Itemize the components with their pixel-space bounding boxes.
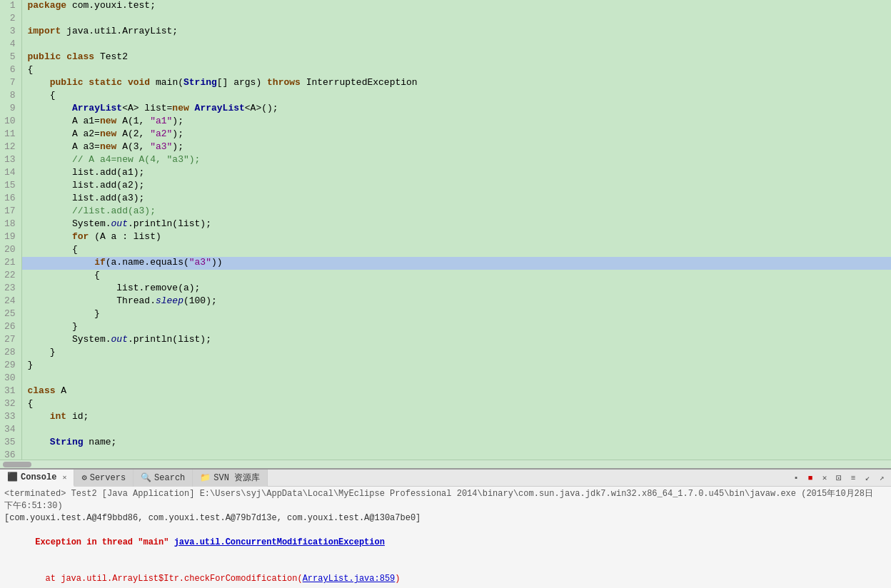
console-toolbar: ▪ ■ ✕ ⊡ ≡ ↙ ↗ (790, 472, 891, 485)
line-content-7[interactable]: public static void main(String[] args) t… (21, 77, 891, 90)
line-content-3[interactable]: import java.util.ArrayList; (21, 26, 891, 39)
code-line-19: 19 for (A a : list) (0, 231, 891, 244)
line-content-22[interactable]: { (21, 270, 891, 283)
token: for (72, 231, 89, 242)
tab-console-close[interactable]: ✕ (62, 473, 66, 482)
token: "a2" (150, 128, 172, 139)
code-line-28: 28 } (0, 347, 891, 360)
line-number-4: 4 (0, 39, 21, 51)
token: list.remove(a); (28, 283, 201, 293)
exception-link[interactable]: java.util.ConcurrentModificationExceptio… (174, 537, 385, 547)
line-content-11[interactable]: A a2=new A(2, "a2"); (21, 128, 891, 141)
code-line-11: 11 A a2=new A(2, "a2"); (0, 128, 891, 141)
line-number-27: 27 (0, 334, 21, 347)
token: (a.name.equals( (106, 257, 189, 268)
line-content-29[interactable]: } (21, 360, 891, 372)
token: } (28, 308, 100, 319)
toolbar-btn-clear[interactable]: ⊡ (832, 472, 845, 485)
line-content-36[interactable] (21, 450, 891, 460)
code-table: 1package com.youxi.test;2 3import java.u… (0, 0, 891, 460)
line-content-20[interactable]: { (21, 244, 891, 257)
console-objects-line: [com.youxi.test.A@4f9bbd86, com.youxi.te… (4, 512, 887, 524)
line-content-1[interactable]: package com.youxi.test; (21, 0, 891, 13)
code-line-24: 24 Thread.sleep(100); (0, 295, 891, 308)
line-content-8[interactable]: { (21, 90, 891, 103)
code-line-4: 4 (0, 39, 891, 51)
line-content-28[interactable]: } (21, 347, 891, 360)
tab-bar: ⬛ Console ✕ ⚙ Servers 🔍 Search 📁 SVN 资源库… (0, 470, 891, 487)
stack1-link[interactable]: ArrayList.java:859 (303, 574, 396, 584)
line-number-16: 16 (0, 193, 21, 206)
line-content-12[interactable]: A a3=new A(3, "a3"); (21, 141, 891, 154)
code-scroll-area[interactable]: 1package com.youxi.test;2 3import java.u… (0, 0, 891, 460)
line-content-23[interactable]: list.remove(a); (21, 283, 891, 295)
line-number-31: 31 (0, 385, 21, 398)
line-number-18: 18 (0, 218, 21, 231)
toolbar-btn-maximize[interactable]: ↗ (875, 472, 888, 485)
line-content-21[interactable]: if(a.name.equals("a3")) (21, 257, 891, 270)
code-line-10: 10 A a1=new A(1, "a1"); (0, 116, 891, 128)
console-output: <terminated> Test2 [Java Application] E:… (0, 487, 891, 588)
line-content-33[interactable]: int id; (21, 411, 891, 424)
tab-servers[interactable]: ⚙ Servers (74, 470, 134, 487)
toolbar-btn-close[interactable]: ✕ (818, 472, 831, 485)
line-content-17[interactable]: //list.add(a3); (21, 206, 891, 218)
toolbar-btn-menu[interactable]: ≡ (847, 472, 860, 485)
tab-console[interactable]: ⬛ Console ✕ (0, 470, 74, 487)
code-line-6: 6{ (0, 64, 891, 77)
token: <A> list= (122, 103, 172, 113)
token: .println(list); (128, 334, 211, 345)
token: // A a4=new A(4, "a3"); (72, 154, 200, 165)
token: } (28, 321, 78, 332)
line-content-27[interactable]: System.out.println(list); (21, 334, 891, 347)
line-content-25[interactable]: } (21, 308, 891, 321)
toolbar-btn-1[interactable]: ▪ (790, 472, 802, 485)
toolbar-btn-stop[interactable]: ■ (804, 472, 817, 485)
tab-svn[interactable]: 📁 SVN 资源库 (193, 470, 268, 487)
line-content-30[interactable] (21, 372, 891, 385)
line-content-35[interactable]: String name; (21, 437, 891, 450)
token: A(1, (116, 116, 150, 126)
token: A a1= (28, 116, 100, 126)
line-content-14[interactable]: list.add(a1); (21, 167, 891, 180)
tab-search[interactable]: 🔍 Search (134, 470, 193, 487)
token: A(3, (116, 141, 150, 152)
toolbar-btn-minimize[interactable]: ↙ (861, 472, 874, 485)
line-content-5[interactable]: public class Test2 (21, 51, 891, 64)
horizontal-scrollbar[interactable] (0, 460, 891, 468)
token: A(2, (116, 128, 150, 139)
line-content-6[interactable]: { (21, 64, 891, 77)
token: list.add(a1); (28, 167, 145, 178)
token: { (28, 90, 56, 101)
line-content-24[interactable]: Thread.sleep(100); (21, 295, 891, 308)
line-number-34: 34 (0, 424, 21, 437)
bottom-panel: ⬛ Console ✕ ⚙ Servers 🔍 Search 📁 SVN 资源库… (0, 468, 891, 588)
line-content-10[interactable]: A a1=new A(1, "a1"); (21, 116, 891, 128)
line-content-26[interactable]: } (21, 321, 891, 334)
line-number-13: 13 (0, 154, 21, 167)
token: System. (28, 334, 111, 345)
exception-text-prefix: Exception in thread "main" (35, 537, 173, 547)
code-line-27: 27 System.out.println(list); (0, 334, 891, 347)
line-number-36: 36 (0, 450, 21, 460)
token: int (50, 411, 66, 422)
token: list.add(a2); (28, 180, 145, 191)
line-content-34[interactable] (21, 424, 891, 437)
line-content-13[interactable]: // A a4=new A(4, "a3"); (21, 154, 891, 167)
line-content-18[interactable]: System.out.println(list); (21, 218, 891, 231)
line-content-31[interactable]: class A (21, 385, 891, 398)
token: list.add(a3); (28, 193, 145, 203)
line-number-29: 29 (0, 360, 21, 372)
line-content-15[interactable]: list.add(a2); (21, 180, 891, 193)
token (28, 231, 72, 242)
token: new (100, 128, 116, 139)
line-content-32[interactable]: { (21, 398, 891, 411)
line-content-4[interactable] (21, 39, 891, 51)
line-content-2[interactable] (21, 13, 891, 26)
token: void (128, 77, 150, 88)
hscroll-thumb (3, 462, 31, 467)
line-content-16[interactable]: list.add(a3); (21, 193, 891, 206)
line-content-9[interactable]: ArrayList<A> list=new ArrayList<A>(); (21, 103, 891, 116)
token: A a2= (28, 128, 100, 139)
line-content-19[interactable]: for (A a : list) (21, 231, 891, 244)
